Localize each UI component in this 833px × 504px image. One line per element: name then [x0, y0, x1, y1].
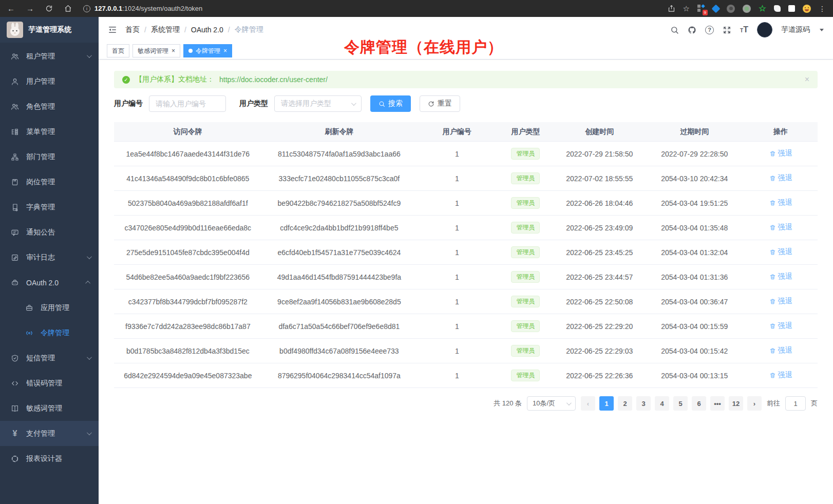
search-button[interactable]: 搜索 [370, 95, 411, 112]
forward-icon[interactable]: → [26, 4, 34, 13]
sidebar-item-sensitive-word[interactable]: 敏感词管理 [0, 396, 99, 421]
refresh-token-cell: 8796295f04064c2983414cc54af1097a [262, 372, 416, 380]
bookmark-star-icon[interactable]: ☆ [683, 4, 690, 13]
sidebar-item-error-code[interactable]: 错误码管理 [0, 371, 99, 396]
page-button-4[interactable]: 4 [655, 396, 669, 411]
force-logout-button[interactable]: 强退 [769, 321, 792, 331]
tab-sensitive-word[interactable]: 敏感词管理× [132, 44, 180, 57]
user-type-badge: 管理员 [511, 345, 540, 356]
page-button-12[interactable]: 12 [729, 396, 743, 411]
force-logout-button[interactable]: 强退 [769, 272, 792, 281]
sidebar-item-user[interactable]: 用户管理 [0, 69, 99, 94]
sidebar-item-label: OAuth 2.0 [26, 279, 59, 287]
gem-extension-icon[interactable] [712, 4, 721, 13]
reload-icon[interactable] [45, 5, 53, 12]
alert-close-icon[interactable]: × [805, 75, 809, 84]
prev-page-button[interactable]: ‹ [581, 396, 595, 411]
next-page-button[interactable]: › [747, 396, 762, 411]
search-icon[interactable] [670, 26, 679, 34]
sidebar-item-report-designer[interactable]: 报表设计器 [0, 446, 99, 471]
sidebar-item-menu[interactable]: 菜单管理 [0, 119, 99, 144]
sidebar-item-dict[interactable]: 字典管理 [0, 195, 99, 220]
back-icon[interactable]: ← [7, 4, 15, 13]
force-logout-button[interactable]: 强退 [769, 346, 792, 355]
github-icon[interactable] [688, 26, 696, 34]
sidebar-item-dept[interactable]: 部门管理 [0, 144, 99, 169]
force-logout-button[interactable]: 强退 [769, 198, 792, 207]
action-cell: 强退 [744, 149, 818, 159]
star-extension-icon[interactable] [759, 5, 766, 12]
extension-grid-icon[interactable]: 9 [697, 5, 705, 12]
force-logout-button[interactable]: 强退 [769, 247, 792, 257]
page-button-5[interactable]: 5 [673, 396, 688, 411]
sidebar-item-pay[interactable]: ¥支付管理 [0, 421, 99, 446]
breadcrumb-system[interactable]: 系统管理 [151, 25, 180, 34]
caret-down-icon[interactable] [820, 29, 824, 31]
help-icon[interactable]: ? [705, 26, 714, 34]
profile-avatar-icon[interactable] [803, 5, 811, 13]
page-button-2[interactable]: 2 [618, 396, 632, 411]
user-avatar[interactable] [757, 22, 772, 37]
sidebar-item-role[interactable]: 角色管理 [0, 94, 99, 119]
table-row: f9336e7c7dd242a283ee98dc86b17a87 dfa6c71… [114, 314, 818, 339]
token-table: 访问令牌 刷新令牌 用户编号 用户类型 创建时间 过期时间 操作 1ea5e44… [114, 122, 818, 388]
table-row: 1ea5e44f8bc1467aaede43144f31de76 811c530… [114, 142, 818, 166]
address-bar[interactable]: i 127.0.0.1:1024/system/oauth2/token [83, 5, 668, 12]
sidebar-item-sms[interactable]: 短信管理 [0, 345, 99, 371]
page-button-1[interactable]: 1 [599, 396, 614, 411]
user-type-badge: 管理员 [511, 148, 540, 159]
access-token-cell: 6d842e2924594de9a09e45e087323abe [114, 372, 262, 380]
puzzle-extension-icon[interactable] [774, 5, 781, 12]
browser-menu-icon[interactable]: ⋮ [819, 5, 826, 13]
page-button-3[interactable]: 3 [636, 396, 651, 411]
sidebar-item-audit-log[interactable]: 审计日志 [0, 245, 99, 270]
close-icon[interactable]: × [223, 48, 227, 54]
more-pages-button[interactable]: ••• [710, 396, 725, 411]
refresh-token-cell: be90422b8c7946218275a508bf524fc9 [262, 199, 416, 207]
fullscreen-icon[interactable] [723, 26, 731, 34]
user-id-cell: 1 [416, 298, 498, 306]
user-id-input[interactable] [149, 95, 226, 112]
user-icon [10, 77, 20, 86]
breadcrumb-oauth[interactable]: OAuth 2.0 [191, 26, 223, 34]
sidebar-item-post[interactable]: 岗位管理 [0, 169, 99, 195]
goto-page-input[interactable] [785, 396, 806, 411]
site-info-icon[interactable]: i [83, 5, 90, 12]
force-logout-button[interactable]: 强退 [769, 297, 792, 306]
app-logo[interactable]: 芋道管理系统 [0, 17, 99, 43]
sidebar-item-tenant[interactable]: 租户管理 [0, 44, 99, 69]
recorder-extension-icon[interactable] [743, 5, 751, 13]
force-logout-button[interactable]: 强退 [769, 223, 792, 232]
user-type-badge: 管理员 [511, 296, 540, 307]
user-name[interactable]: 芋道源码 [781, 25, 810, 34]
tab-home[interactable]: 首页 [107, 44, 129, 57]
home-icon[interactable] [64, 5, 72, 12]
chevron-down-icon [87, 53, 92, 58]
tab-token[interactable]: 令牌管理× [183, 44, 232, 57]
sidebar-item-notice[interactable]: 通知公告 [0, 220, 99, 245]
close-icon[interactable]: × [172, 48, 175, 54]
command-extension-icon[interactable] [727, 5, 735, 13]
font-size-icon[interactable]: TT [740, 25, 748, 34]
create-time-cell: 2022-06-25 22:26:36 [554, 372, 645, 380]
sidebar-item-oauth-token[interactable]: 令牌管理 [0, 320, 99, 345]
breadcrumb-home[interactable]: 首页 [125, 25, 140, 34]
sidebar-item-label: 审计日志 [26, 253, 55, 262]
sidebar-item-oauth-app[interactable]: 应用管理 [0, 295, 99, 320]
reset-button[interactable]: 重置 [420, 95, 460, 112]
user-type-cell: 管理员 [498, 320, 554, 332]
force-logout-button[interactable]: 强退 [769, 371, 792, 380]
menu-fold-icon[interactable] [108, 25, 117, 34]
user-type-select[interactable]: 请选择用户类型 [274, 95, 362, 112]
page-unit-label: 页 [811, 399, 818, 408]
share-icon[interactable] [668, 5, 675, 12]
org-tree-icon [10, 152, 20, 162]
page-button-6[interactable]: 6 [692, 396, 706, 411]
page-size-select[interactable]: 10条/页 [527, 396, 576, 411]
doc-link[interactable]: https://doc.iocoder.cn/user-center/ [219, 75, 328, 84]
side-panel-icon[interactable] [788, 5, 795, 12]
trash-icon [769, 347, 776, 354]
sidebar-item-oauth2[interactable]: OAuth 2.0 [0, 270, 99, 295]
force-logout-button[interactable]: 强退 [769, 149, 792, 158]
force-logout-button[interactable]: 强退 [769, 173, 792, 183]
